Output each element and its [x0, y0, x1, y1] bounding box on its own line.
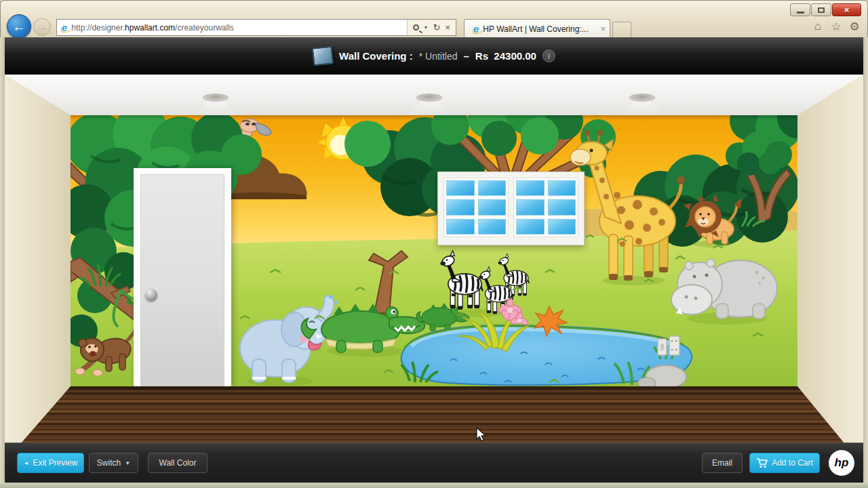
window-pane	[516, 180, 545, 196]
app-header: Wall Covering : * Untitled – Rs 24300.00…	[5, 37, 863, 75]
maximize-button[interactable]	[811, 3, 831, 16]
refresh-icon[interactable]: ↻	[433, 22, 441, 33]
tab-title: HP WallArt | Wall Covering:...	[483, 24, 597, 34]
stop-icon[interactable]: ×	[445, 22, 450, 33]
back-button[interactable]: ←	[7, 14, 31, 39]
ceiling-light	[203, 94, 229, 102]
back-icon: ←	[12, 19, 26, 35]
window-pane	[548, 219, 576, 235]
window-pane	[548, 180, 576, 196]
close-window-button[interactable]: ×	[832, 3, 861, 16]
favorites-star-icon[interactable]: ☆	[830, 20, 842, 34]
window-pane	[446, 219, 475, 235]
right-wall	[793, 75, 868, 444]
window-pane	[446, 180, 475, 196]
window-pane	[478, 199, 507, 215]
separator: –	[464, 50, 469, 62]
window-pane	[548, 199, 576, 215]
window-pane	[478, 180, 507, 196]
room-window[interactable]	[437, 171, 585, 245]
hp-logo: hp	[829, 450, 854, 476]
wallart-icon	[312, 46, 334, 66]
email-button[interactable]: Email	[702, 453, 743, 473]
browser-tab[interactable]: e HP WallArt | Wall Covering:... ×	[464, 19, 610, 38]
minimize-button[interactable]	[790, 3, 810, 16]
door-knob	[145, 289, 157, 301]
door-panel	[140, 174, 224, 386]
wall-mural-preview	[71, 115, 797, 386]
ceiling-light	[416, 94, 442, 102]
document-name: * Untitled	[419, 51, 458, 62]
chevron-down-icon: ▼	[125, 460, 130, 466]
search-icon[interactable]	[413, 24, 419, 30]
switch-button[interactable]: Switch ▼	[89, 453, 138, 473]
add-to-cart-button[interactable]: Add to Cart	[749, 453, 820, 473]
back-arrow-icon: ◄	[24, 460, 29, 466]
product-type-label: Wall Covering :	[339, 50, 413, 62]
window-border-bottom	[0, 483, 868, 488]
window-sash-right	[513, 178, 578, 237]
wood-floor	[0, 386, 868, 444]
window-pane	[446, 199, 475, 215]
ceiling-light	[629, 94, 655, 102]
close-icon: ×	[844, 5, 850, 15]
new-tab-button[interactable]	[612, 22, 631, 38]
address-bar-controls: ▼ ↻ ×	[407, 20, 456, 35]
left-wall	[0, 75, 75, 444]
window-pane	[478, 219, 507, 235]
room-door[interactable]	[134, 168, 231, 386]
maximize-icon	[818, 7, 825, 13]
ie-icon: e	[62, 22, 67, 33]
tab-favicon: e	[473, 23, 479, 35]
browser-quick-icons: ⌂ ☆ ⚙	[812, 20, 861, 34]
search-dropdown-icon[interactable]: ▼	[424, 25, 429, 30]
exit-preview-button[interactable]: ◄ Exit Preview	[17, 453, 84, 473]
ceiling	[0, 75, 868, 117]
wall-outlet	[669, 336, 679, 355]
address-bar[interactable]: e http://designer.hpwallart.com/createyo…	[56, 19, 456, 36]
hippo	[671, 259, 777, 325]
forward-button[interactable]: →	[33, 18, 51, 36]
minimize-icon	[797, 12, 804, 14]
tab-close-icon[interactable]: ×	[600, 24, 606, 34]
browser-chrome: × ← → e http://designer.hpwallart.com/cr…	[0, 0, 868, 37]
browser-window: × ← → e http://designer.hpwallart.com/cr…	[0, 0, 868, 488]
preview-action-bar: ◄ Exit Preview Switch ▼ Wall Color Email…	[0, 443, 868, 483]
mouse-cursor	[476, 427, 486, 442]
cart-icon	[756, 458, 768, 468]
price-value: Rs 24300.00	[475, 50, 536, 62]
window-border-left	[0, 37, 5, 483]
window-pane	[516, 199, 545, 215]
wall-switch	[658, 339, 667, 355]
wall-color-button[interactable]: Wall Color	[148, 453, 208, 473]
info-button[interactable]: i	[542, 49, 555, 62]
gear-icon[interactable]: ⚙	[848, 20, 861, 34]
forward-icon: →	[37, 22, 47, 33]
home-icon[interactable]: ⌂	[812, 20, 824, 34]
window-sash-left	[443, 178, 509, 237]
url-text: http://designer.hpwallart.com/createyour…	[71, 23, 406, 33]
window-border-right	[863, 37, 868, 483]
window-pane	[516, 219, 545, 235]
